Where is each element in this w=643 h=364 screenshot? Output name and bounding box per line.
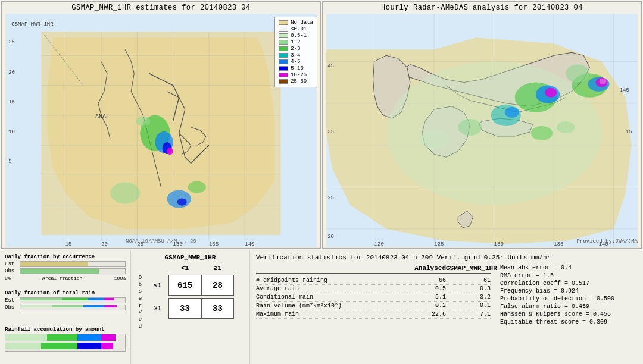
right-watermark: Provided by:JWA/JMA bbox=[576, 239, 638, 244]
score-rms: RMS error = 1.6 bbox=[500, 272, 637, 279]
svg-point-22 bbox=[188, 181, 206, 193]
ct-cell-11: 33 bbox=[201, 298, 234, 319]
legend-001: <0.01 bbox=[279, 26, 313, 32]
contingency-table-section: GSMAP_MWR_1HR <1 ≥1 O b s e r bbox=[131, 250, 250, 364]
svg-point-63 bbox=[531, 126, 553, 140]
legend-nodata-label: No data bbox=[291, 20, 313, 26]
svg-point-20 bbox=[167, 190, 191, 208]
legend-box: No data <0.01 0.5-1 1-2 bbox=[274, 17, 317, 87]
svg-text:20: 20 bbox=[8, 69, 15, 76]
svg-point-61 bbox=[458, 119, 482, 136]
svg-text:25: 25 bbox=[327, 194, 334, 201]
stat-condrain-gsmap: 3.2 bbox=[446, 294, 491, 300]
svg-text:125: 125 bbox=[434, 241, 444, 247]
svg-text:20: 20 bbox=[327, 233, 334, 240]
right-map-panel: Hourly Radar-AMeDAS analysis for 2014082… bbox=[322, 1, 642, 249]
accumulation-title: Rainfall accumulation by amount bbox=[5, 327, 126, 332]
occurrence-title: Daily fraction by occurrence bbox=[5, 254, 126, 260]
left-map-panel: GSMAP_MWR_1HR estimates for 20140823 04 bbox=[1, 1, 321, 249]
legend-510-label: 5-10 bbox=[291, 65, 304, 71]
score-corr: Correlation coeff = 0.517 bbox=[500, 280, 637, 287]
left-watermark: NOAA-19/AMSU-A/M...-29 bbox=[126, 239, 196, 244]
score-far: False alarm ratio = 0.459 bbox=[500, 303, 637, 310]
legend-23-label: 2-3 bbox=[291, 46, 300, 52]
svg-text:15: 15 bbox=[8, 99, 15, 105]
accumulation-chart-section: Rainfall accumulation by amount bbox=[5, 327, 126, 360]
legend-12-label: 1-2 bbox=[291, 39, 300, 45]
legend-45-label: 4-5 bbox=[291, 59, 300, 65]
svg-text:135: 135 bbox=[209, 241, 219, 247]
axis-0pct: 0% bbox=[5, 275, 11, 281]
left-map-area: ANAL 25 20 15 10 5 15 20 25 130 135 140 bbox=[2, 14, 320, 247]
score-hk: Hanssen & Kuipers score = 0.456 bbox=[500, 311, 637, 318]
stat-gridpoints-name: # gridpoints raining bbox=[256, 277, 410, 284]
axis-100pct: 100% bbox=[114, 275, 126, 281]
legend-34-label: 3-4 bbox=[291, 52, 300, 58]
svg-text:10: 10 bbox=[8, 128, 15, 135]
svg-text:145: 145 bbox=[620, 87, 629, 93]
right-map-svg: 45 35 25 20 120 125 130 135 140 145 15 bbox=[323, 14, 641, 247]
svg-point-23 bbox=[110, 182, 140, 203]
observed-label: O bbox=[139, 275, 142, 282]
stats-col-gsmap: GSMAP_MWR_1HR bbox=[446, 265, 491, 272]
score-ets: Equitable threat score = 0.309 bbox=[500, 319, 637, 325]
legend-1025-label: 10-25 bbox=[291, 72, 307, 78]
svg-point-53 bbox=[545, 88, 557, 98]
axis-areal: Areal fraction bbox=[42, 275, 82, 281]
left-map-title: GSMAP_MWR_1HR estimates for 20140823 04 bbox=[2, 2, 320, 14]
svg-text:120: 120 bbox=[374, 241, 384, 247]
stat-maxrain-name: Maximum rain bbox=[256, 311, 410, 318]
top-row: GSMAP_MWR_1HR estimates for 20140823 04 bbox=[0, 0, 643, 250]
occurrence-chart-section: Daily fraction by occurrence Est Obs 0% … bbox=[5, 254, 126, 288]
stat-rainvol-gsmap: 0.1 bbox=[446, 302, 491, 309]
svg-text:ANAL: ANAL bbox=[95, 114, 110, 120]
rain-chart-section: Daily fraction of total rain Est Obs bbox=[5, 290, 126, 324]
svg-text:15: 15 bbox=[626, 128, 632, 135]
legend-1025: 10-25 bbox=[279, 72, 313, 78]
svg-text:130: 130 bbox=[494, 241, 504, 247]
score-freq: Frequency bias = 0.924 bbox=[500, 288, 637, 294]
svg-point-18 bbox=[167, 148, 173, 155]
svg-point-64 bbox=[557, 121, 575, 133]
stats-col-analysed: Analysed bbox=[410, 265, 446, 272]
stat-gridpoints-analysed: 66 bbox=[410, 277, 446, 284]
score-mae: Mean abs error = 0.4 bbox=[500, 265, 637, 271]
svg-text:135: 135 bbox=[554, 241, 563, 247]
svg-text:5: 5 bbox=[8, 158, 11, 165]
legend-0501-label: 0.5-1 bbox=[291, 33, 307, 39]
legend-2550-label: 25-50 bbox=[291, 79, 307, 84]
stat-avgrain-name: Average rain bbox=[256, 285, 410, 292]
svg-point-60 bbox=[505, 107, 519, 118]
ct-cell-10: 33 bbox=[168, 298, 201, 319]
legend-45: 4-5 bbox=[279, 59, 313, 65]
main-container: GSMAP_MWR_1HR estimates for 20140823 04 bbox=[0, 0, 643, 364]
legend-34: 3-4 bbox=[279, 52, 313, 58]
svg-point-62 bbox=[419, 130, 449, 149]
svg-point-19 bbox=[136, 117, 150, 126]
svg-text:25: 25 bbox=[8, 39, 15, 45]
svg-point-50 bbox=[386, 61, 602, 205]
stat-avgrain-analysed: 0.5 bbox=[410, 285, 446, 292]
stats-title: Verification statistics for 20140823 04 … bbox=[256, 254, 637, 261]
legend-001-label: <0.01 bbox=[291, 26, 307, 32]
ct-cell-00: 615 bbox=[168, 275, 201, 296]
stat-condrain-name: Conditional rain bbox=[256, 294, 410, 300]
legend-510: 5-10 bbox=[279, 65, 313, 71]
stat-condrain-analysed: 5.1 bbox=[410, 294, 446, 300]
legend-23: 2-3 bbox=[279, 46, 313, 52]
score-pod: Probability of detection = 0.500 bbox=[500, 296, 637, 302]
stat-gridpoints-gsmap: 61 bbox=[446, 277, 491, 284]
svg-text:35: 35 bbox=[327, 128, 334, 135]
bottom-charts: Daily fraction by occurrence Est Obs 0% … bbox=[0, 250, 131, 364]
right-map-area: 45 35 25 20 120 125 130 135 140 145 15 P… bbox=[323, 14, 641, 247]
ct-cell-01: 28 bbox=[201, 275, 234, 296]
stat-rainvol-analysed: 0.2 bbox=[410, 302, 446, 309]
legend-2550: 25-50 bbox=[279, 79, 313, 84]
legend-nodata: No data bbox=[279, 20, 313, 26]
svg-text:140: 140 bbox=[245, 241, 254, 247]
stats-col-name bbox=[256, 265, 410, 272]
stat-maxrain-analysed: 22.6 bbox=[410, 311, 446, 318]
left-map-svg: ANAL 25 20 15 10 5 15 20 25 130 135 140 bbox=[2, 14, 320, 247]
legend-12: 1-2 bbox=[279, 39, 313, 45]
svg-text:45: 45 bbox=[327, 62, 334, 69]
